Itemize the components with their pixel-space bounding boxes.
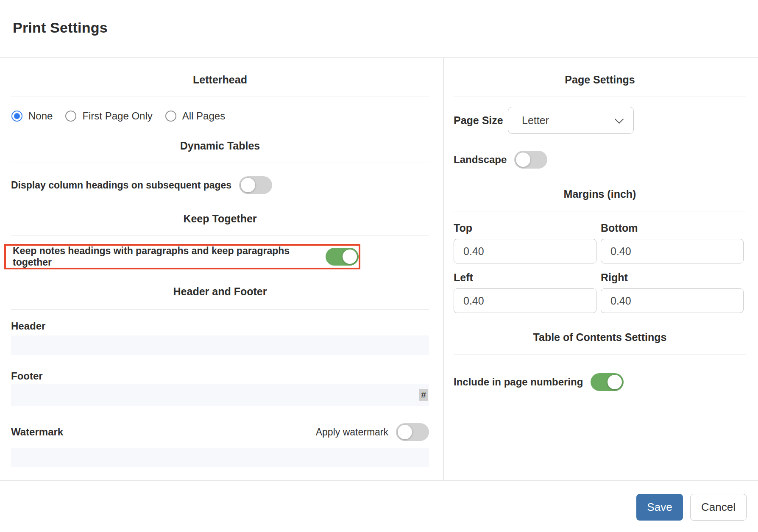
margin-right-input[interactable] — [601, 288, 744, 313]
header-input[interactable] — [11, 335, 429, 355]
footer-input[interactable] — [11, 384, 429, 406]
include-page-numbering-toggle[interactable] — [591, 373, 624, 391]
radio-button-icon[interactable] — [11, 111, 22, 122]
margin-top-input[interactable] — [454, 239, 596, 263]
header-footer-divider — [11, 309, 429, 310]
page-title: Print Settings — [13, 19, 108, 36]
page-size-label: Page Size — [454, 107, 503, 134]
title-divider — [0, 57, 758, 58]
apply-watermark-label: Apply watermark — [316, 427, 388, 438]
toggle-knob — [241, 178, 255, 192]
dynamic-tables-divider — [11, 163, 429, 163]
toggle-knob — [343, 249, 357, 264]
header-label: Header — [11, 320, 45, 332]
letterhead-heading: Letterhead — [11, 73, 429, 86]
margin-bottom-input[interactable] — [601, 239, 744, 263]
page-size-value: Letter — [522, 114, 616, 127]
display-column-headings-row: Display column headings on subsequent pa… — [11, 176, 272, 194]
margin-bottom-label: Bottom — [601, 222, 638, 234]
margins-divider — [454, 211, 746, 211]
footer-input-wrap: # — [11, 384, 429, 406]
include-page-numbering-row: Include in page numbering — [454, 373, 624, 391]
radio-button-icon[interactable] — [165, 111, 176, 122]
radio-option-first-page-only[interactable]: First Page Only — [65, 110, 152, 122]
margin-left-input[interactable] — [454, 288, 596, 313]
landscape-row: Landscape — [454, 151, 547, 169]
landscape-toggle[interactable] — [514, 151, 547, 169]
margin-left-label: Left — [454, 272, 473, 284]
keep-together-heading: Keep Together — [11, 212, 429, 225]
radio-label: First Page Only — [82, 110, 152, 122]
header-footer-heading: Header and Footer — [11, 285, 429, 298]
keep-notes-toggle[interactable] — [326, 248, 359, 266]
radio-button-icon[interactable] — [65, 111, 76, 122]
radio-option-none[interactable]: None — [11, 110, 53, 122]
radio-option-all-pages[interactable]: All Pages — [165, 110, 225, 122]
chevron-down-icon — [615, 114, 624, 123]
keep-notes-label: Keep notes headings with paragraphs and … — [13, 245, 318, 268]
cancel-button[interactable]: Cancel — [690, 494, 747, 521]
watermark-input[interactable] — [11, 448, 429, 467]
highlight-box: Keep notes headings with paragraphs and … — [4, 244, 360, 269]
letterhead-divider — [11, 97, 429, 97]
page-settings-divider — [454, 97, 746, 97]
toc-settings-divider — [454, 354, 746, 355]
radio-dot — [14, 113, 20, 119]
page-size-select[interactable]: Letter — [508, 107, 634, 134]
landscape-label: Landscape — [454, 154, 507, 166]
page-settings-heading: Page Settings — [454, 73, 746, 86]
toggle-knob — [398, 425, 412, 439]
toc-settings-heading: Table of Contents Settings — [454, 331, 746, 344]
include-page-numbering-label: Include in page numbering — [454, 376, 583, 388]
apply-watermark-group: Apply watermark — [316, 423, 429, 441]
toggle-knob — [516, 152, 530, 167]
column-divider — [443, 58, 444, 480]
page-number-token: # — [419, 389, 428, 401]
display-column-headings-toggle[interactable] — [239, 176, 272, 194]
letterhead-radio-group: None First Page Only All Pages — [11, 109, 225, 123]
radio-label: All Pages — [182, 110, 225, 122]
apply-watermark-toggle[interactable] — [396, 423, 429, 441]
margin-right-label: Right — [601, 272, 628, 284]
save-button[interactable]: Save — [636, 494, 683, 521]
display-column-headings-label: Display column headings on subsequent pa… — [11, 180, 231, 191]
footer-label: Footer — [11, 370, 43, 382]
dynamic-tables-heading: Dynamic Tables — [11, 139, 429, 152]
watermark-row: Watermark Apply watermark — [11, 423, 429, 441]
margins-heading: Margins (inch) — [454, 188, 746, 200]
keep-together-divider — [11, 236, 429, 236]
watermark-label: Watermark — [11, 426, 63, 438]
toggle-knob — [608, 375, 622, 389]
margin-top-label: Top — [454, 222, 472, 234]
radio-label: None — [28, 110, 53, 122]
footer-divider — [0, 480, 758, 481]
